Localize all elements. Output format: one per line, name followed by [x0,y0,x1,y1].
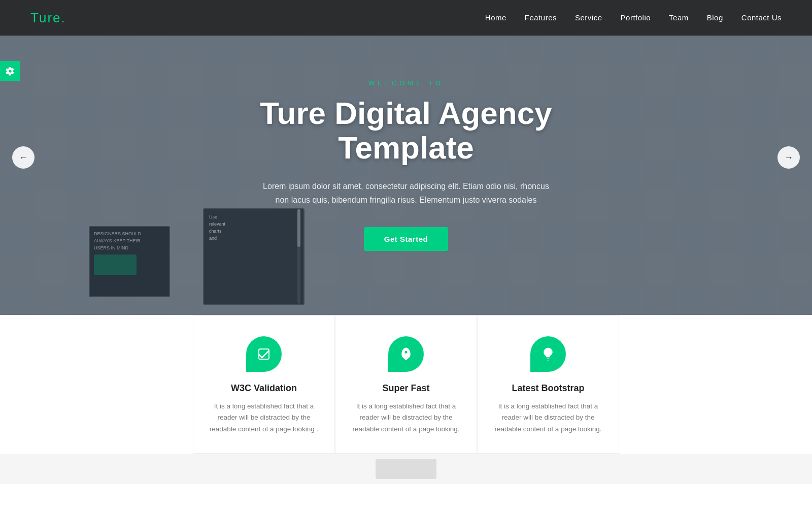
hero-arrow-right[interactable]: → [777,146,800,169]
nav-item-blog[interactable]: Blog [707,13,723,22]
rocket-icon [398,346,414,362]
bootstrap-icon-wrap [530,336,566,372]
nav-item-team[interactable]: Team [669,13,689,22]
nav-item-portfolio[interactable]: Portfolio [621,13,651,22]
gear-icon [6,67,15,76]
nav-item-contact[interactable]: Contact Us [741,13,782,22]
w3c-icon-wrap [246,336,282,372]
nav-item-home[interactable]: Home [485,13,506,22]
bulb-icon [540,346,556,362]
fast-desc: It is a long established fact that a rea… [351,401,461,435]
bottom-image-partial [376,459,436,479]
bottom-strip [0,454,812,484]
brand-name: Ture [30,10,61,25]
features-section: W3C Validation It is a long established … [0,315,812,454]
svg-rect-0 [259,349,269,359]
w3c-title: W3C Validation [231,383,297,394]
left-arrow-icon: ← [19,152,28,163]
hero-title: Ture Digital Agency Template [223,96,589,165]
settings-button[interactable] [0,61,20,81]
bootstrap-desc: It is a long established fact that a rea… [493,401,603,435]
fast-title: Super Fast [382,383,429,394]
navbar: Ture. HomeFeaturesServicePortfolioTeamBl… [0,0,812,36]
feature-card-bootstrap: Latest Bootstrap It is a long establishe… [477,315,619,454]
hero-arrow-left[interactable]: ← [12,146,35,169]
monitor-content: DESIGNERS SHOULD ALWAYS KEEP THEIR USERS… [90,227,169,296]
nav-item-features[interactable]: Features [525,13,557,22]
nav-item-service[interactable]: Service [575,13,602,22]
feature-card-fast: Super Fast It is a long established fact… [335,315,477,454]
monitor-left: DESIGNERS SHOULD ALWAYS KEEP THEIR USERS… [89,226,170,297]
bootstrap-title: Latest Bootstrap [512,383,584,394]
w3c-desc: It is a long established fact that a rea… [209,401,319,435]
fast-icon-wrap [388,336,424,372]
brand-logo[interactable]: Ture. [30,10,66,26]
right-arrow-icon: → [784,152,793,163]
feature-card-w3c: W3C Validation It is a long established … [193,315,335,454]
brand-dot: . [61,10,66,25]
hero-description: Lorem ipsum dolor sit amet, consectetur … [259,179,553,207]
check-icon [256,346,272,362]
nav-menu: HomeFeaturesServicePortfolioTeamBlogCont… [485,13,782,22]
hero-content: WELCOME TO Ture Digital Agency Template … [203,79,609,251]
hero-subtitle: WELCOME TO [223,79,589,87]
page: Ture. HomeFeaturesServicePortfolioTeamBl… [0,0,812,508]
hero-section: DESIGNERS SHOULD ALWAYS KEEP THEIR USERS… [0,0,812,315]
get-started-button[interactable]: Get Started [364,227,448,251]
